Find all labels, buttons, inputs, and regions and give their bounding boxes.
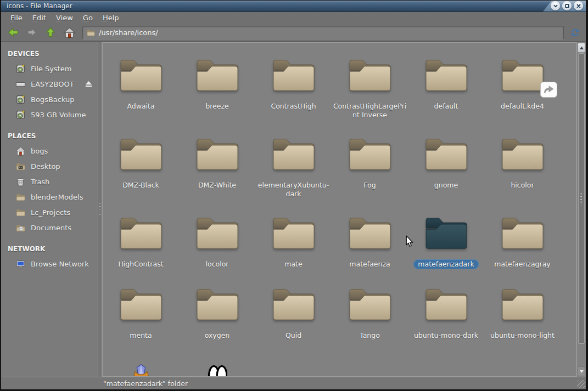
file-locolor[interactable]: locolor (179, 206, 255, 277)
folder-icon (270, 55, 317, 94)
eject-button[interactable] (85, 81, 93, 88)
forward-button[interactable] (24, 25, 40, 39)
file-contrasthighlargeprint-inverse[interactable]: ContrastHighLargePrint Inverse (332, 48, 408, 127)
file-label: default.kde4 (501, 102, 544, 111)
window-title: icons - File Manager (7, 1, 72, 12)
folder-icon (423, 134, 470, 173)
chevron-down-icon (553, 3, 558, 9)
file-highcontrast[interactable]: HighContrast (103, 206, 179, 277)
folder-icon (194, 55, 241, 94)
file-label: mate (284, 260, 302, 269)
refresh-button[interactable] (568, 26, 581, 39)
folder-icon (270, 134, 317, 173)
menu-help[interactable]: Help (98, 13, 124, 23)
sidebar-header-places: PLACES (1, 129, 98, 143)
statusbar: "matefaenzadark" folder (1, 377, 586, 389)
sidebar-item-label: File System (31, 65, 71, 73)
sidebar-item-label: BogsBackup (31, 95, 75, 104)
sidebar-item-label: Documents (31, 224, 71, 232)
sidebar-header-network: NETWORK (1, 242, 98, 256)
file-label: gnome (434, 181, 458, 190)
folder-icon (15, 207, 26, 218)
file-breeze[interactable]: breeze (179, 48, 255, 127)
file-default[interactable]: default (408, 48, 484, 127)
sidebar-item-trash[interactable]: Trash (1, 174, 98, 189)
close-button[interactable] (574, 1, 583, 10)
file-mate[interactable]: mate (255, 206, 332, 277)
sidebar-item-593-gb-volume[interactable]: 593 GB Volume (1, 107, 98, 122)
path-input[interactable]: /usr/share/icons/ (82, 26, 564, 39)
file-quid[interactable]: Quid (255, 277, 332, 360)
file-matefaenzagray[interactable]: matefaenzagray (484, 206, 561, 277)
maximize-button[interactable] (562, 1, 572, 10)
resize-grip[interactable] (577, 380, 585, 388)
file-matefaenzadark[interactable]: matefaenzadark (408, 206, 484, 277)
folder-icon-selected (423, 213, 470, 252)
folder-icon (499, 285, 546, 323)
file-adwaita[interactable]: Adwaita (103, 48, 179, 127)
sidebar-item-documents[interactable]: Documents (1, 220, 98, 235)
file-contrasthigh[interactable]: ContrastHigh (255, 48, 332, 127)
sidebar-item-file-system[interactable]: File System (1, 61, 98, 76)
folder-icon (423, 55, 470, 94)
sidebar-item-blendermodels[interactable]: blenderModels (1, 189, 98, 205)
file-oxygen[interactable]: oxygen (179, 277, 255, 360)
file-matefaenza[interactable]: matefaenza (332, 206, 408, 277)
file-ubuntu-mono-light[interactable]: ubuntu-mono-light (484, 277, 561, 360)
minimize-button[interactable] (551, 1, 560, 10)
sidebar-item-desktop[interactable]: Desktop (1, 158, 98, 174)
folder-icon (270, 285, 317, 323)
file-dmz-black[interactable]: DMZ-Black (103, 127, 179, 206)
menu-go[interactable]: Go (78, 13, 98, 23)
sidebar-item-lc-projects[interactable]: Lc_Projects (1, 205, 98, 220)
file-view[interactable]: AdwaitabreezeContrastHighContrastHighLar… (102, 42, 576, 377)
home-button[interactable] (61, 25, 77, 39)
file-label: Adwaita (127, 102, 154, 111)
sidebar-item-bogs[interactable]: bogs (1, 143, 98, 158)
menu-file[interactable]: File (5, 13, 27, 23)
back-button[interactable] (5, 25, 21, 39)
sidebar-item-label: Trash (31, 178, 49, 186)
scroll-down-button[interactable] (578, 366, 585, 376)
file-label: menta (130, 331, 152, 340)
folder-icon (194, 285, 241, 323)
folder-icon (346, 213, 394, 252)
file-menta[interactable]: menta (103, 277, 179, 360)
file-partial[interactable] (103, 360, 179, 377)
up-button[interactable] (43, 25, 58, 39)
file-hicolor[interactable]: hicolor (484, 127, 561, 206)
file-tango[interactable]: Tango (332, 277, 408, 360)
sidebar-item-easy2boot[interactable]: EASY2BOOT (1, 76, 98, 92)
symlink-emblem-icon (540, 82, 557, 98)
gem-icon (132, 360, 150, 377)
scrollbar-thumb[interactable] (578, 53, 585, 344)
folder-icon (499, 134, 546, 173)
hard-drive-icon (15, 64, 26, 74)
titlebar[interactable]: icons - File Manager (1, 1, 586, 12)
file-label: oxygen (205, 331, 230, 340)
menu-view[interactable]: View (51, 13, 78, 23)
file-gnome[interactable]: gnome (408, 127, 484, 206)
file-label: matefaenzagray (494, 260, 550, 269)
file-fog[interactable]: Fog (332, 127, 408, 206)
file-label: elementaryXubuntu-dark (257, 181, 331, 198)
file-row: mentaoxygenQuidTangoubuntu-mono-darkubun… (103, 277, 576, 360)
file-default-kde4[interactable]: default.kde4 (484, 48, 561, 127)
folder-icon (499, 55, 546, 94)
sidebar-item-label: bogs (31, 147, 48, 155)
file-partial[interactable] (179, 360, 255, 377)
menubar: FileEditViewGoHelp (1, 12, 586, 24)
pane-splitter[interactable] (98, 42, 102, 377)
menu-edit[interactable]: Edit (27, 13, 51, 23)
sidebar-item-label: Browse Network (31, 260, 89, 268)
file-row: DMZ-BlackDMZ-WhiteelementaryXubuntu-dark… (103, 127, 576, 206)
vertical-scrollbar[interactable] (576, 42, 586, 377)
sidebar-item-browse-network[interactable]: Browse Network (1, 256, 98, 271)
file-ubuntu-mono-dark[interactable]: ubuntu-mono-dark (408, 277, 484, 360)
folder-icon (117, 213, 165, 252)
scroll-up-button[interactable] (578, 43, 585, 53)
sidebar-item-bogsbackup[interactable]: BogsBackup (1, 92, 98, 107)
file-elementaryxubuntu-dark[interactable]: elementaryXubuntu-dark (255, 127, 332, 206)
file-label: ContrastHighLargePrint Inverse (333, 102, 407, 119)
file-dmz-white[interactable]: DMZ-White (179, 127, 255, 206)
